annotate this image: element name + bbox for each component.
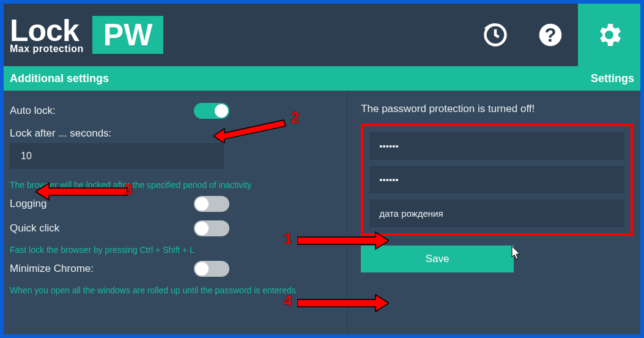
header: Lock Max protection PW ? [4,4,640,66]
auto-lock-label: Auto lock: [10,105,56,117]
minimize-label: Minimize Chrome: [10,263,94,275]
logging-label: Logging [10,198,47,210]
help-icon[interactable]: ? [523,4,578,66]
password-hint-field[interactable] [369,200,624,227]
password-form [361,124,633,236]
app-logo: Lock Max protection PW [10,15,163,54]
password-field-2[interactable] [369,166,624,193]
auto-lock-toggle[interactable] [194,103,229,119]
password-panel: The password protection is turned off! S… [347,91,640,334]
logging-toggle[interactable] [194,196,229,212]
logo-tagline: Max protection [10,43,84,54]
svg-text:?: ? [544,24,556,46]
subheader-left[interactable]: Additional settings [10,72,109,85]
subheader: Additional settings Settings [4,66,640,91]
additional-settings-panel: Auto lock: Lock after ... seconds: The b… [4,91,347,334]
logo-name: Lock [10,15,84,46]
password-field-1[interactable] [369,132,624,160]
minimize-hint: When you open all the windows are rolled… [10,285,339,295]
protection-status: The password protection is turned off! [361,103,633,115]
quick-click-label: Quick click [10,222,59,235]
minimize-toggle[interactable] [194,261,229,277]
quick-click-hint: Fast lock the browser by pressing Ctrl +… [10,245,339,255]
lock-after-label: Lock after ... seconds: [10,127,339,140]
save-button[interactable]: Save [361,246,514,272]
logo-suffix: PW [92,16,164,54]
lock-after-hint: The browser will be locked after the spe… [10,180,339,190]
history-icon[interactable] [468,4,523,66]
lock-after-input[interactable] [10,143,224,169]
subheader-right[interactable]: Settings [591,72,634,85]
quick-click-toggle[interactable] [194,220,229,236]
settings-icon[interactable] [578,4,640,66]
